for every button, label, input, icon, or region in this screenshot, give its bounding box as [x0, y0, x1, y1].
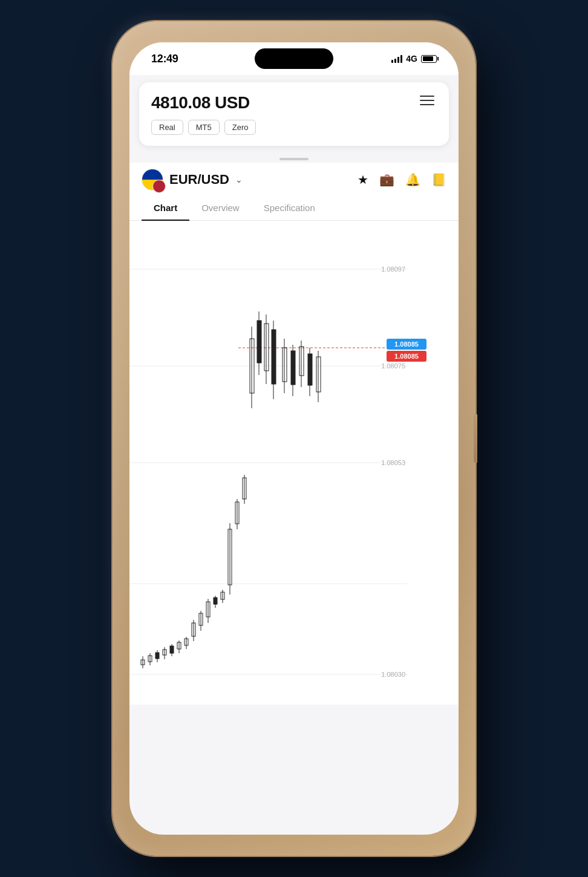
price-label-4: 1.08053	[381, 459, 405, 466]
svg-rect-43	[272, 330, 276, 384]
instrument-header: EUR/USD ⌄ ★ 💼 🔔 📒	[129, 163, 459, 195]
favorite-icon[interactable]: ★	[358, 172, 368, 187]
status-right: 4G	[391, 54, 437, 64]
price-badge-red: 1.08085	[394, 353, 419, 360]
svg-rect-15	[170, 646, 174, 653]
svg-rect-27	[214, 598, 217, 604]
signal-icon	[391, 54, 402, 63]
briefcase-icon[interactable]: 💼	[379, 172, 394, 187]
calculator-icon[interactable]: 📒	[431, 172, 446, 187]
instrument-actions: ★ 💼 🔔 📒	[358, 172, 446, 187]
svg-rect-51	[308, 354, 312, 385]
phone-frame: 12:49 4G 4810.08 USD Real	[113, 21, 475, 856]
dynamic-island	[255, 48, 333, 69]
price-label-1: 1.08097	[381, 266, 405, 273]
usd-flag	[152, 180, 166, 193]
battery-icon	[421, 55, 437, 63]
network-label: 4G	[406, 54, 417, 64]
tab-overview[interactable]: Overview	[189, 195, 252, 220]
price-label-5: 1.08030	[381, 671, 405, 678]
tab-specification[interactable]: Specification	[252, 195, 327, 220]
side-button	[474, 414, 477, 463]
tab-chart[interactable]: Chart	[142, 195, 189, 220]
status-bar: 12:49 4G	[129, 42, 459, 75]
divider-handle	[129, 153, 459, 163]
instrument-name: EUR/USD	[169, 172, 229, 187]
svg-rect-11	[155, 653, 159, 659]
account-card: 4810.08 USD Real MT5 Zero	[139, 82, 449, 146]
account-tags: Real MT5 Zero	[151, 120, 437, 135]
tag-real[interactable]: Real	[151, 120, 183, 135]
tag-mt5[interactable]: MT5	[188, 120, 220, 135]
tabs-row: Chart Overview Specification	[129, 195, 459, 221]
chevron-down-icon[interactable]: ⌄	[235, 175, 243, 184]
currency-flag	[142, 169, 163, 191]
price-label-3: 1.08075	[381, 362, 405, 370]
candlestick-chart: 1.08097 1.08075 1.08053 1.08030 1.08085 …	[129, 221, 459, 705]
chart-svg: 1.08097 1.08075 1.08053 1.08030 1.08085 …	[129, 221, 459, 705]
menu-button[interactable]	[417, 93, 437, 108]
svg-rect-39	[257, 321, 261, 363]
phone-screen: 12:49 4G 4810.08 USD Real	[129, 42, 459, 835]
account-balance: 4810.08 USD	[151, 93, 250, 112]
chart-area: 1.08097 1.08075 1.08053 1.08030 1.08085 …	[129, 221, 459, 705]
price-badge-blue: 1.08085	[394, 341, 419, 348]
tag-zero[interactable]: Zero	[224, 120, 256, 135]
bell-icon[interactable]: 🔔	[405, 172, 420, 187]
svg-rect-47	[291, 351, 295, 385]
status-time: 12:49	[151, 53, 178, 65]
